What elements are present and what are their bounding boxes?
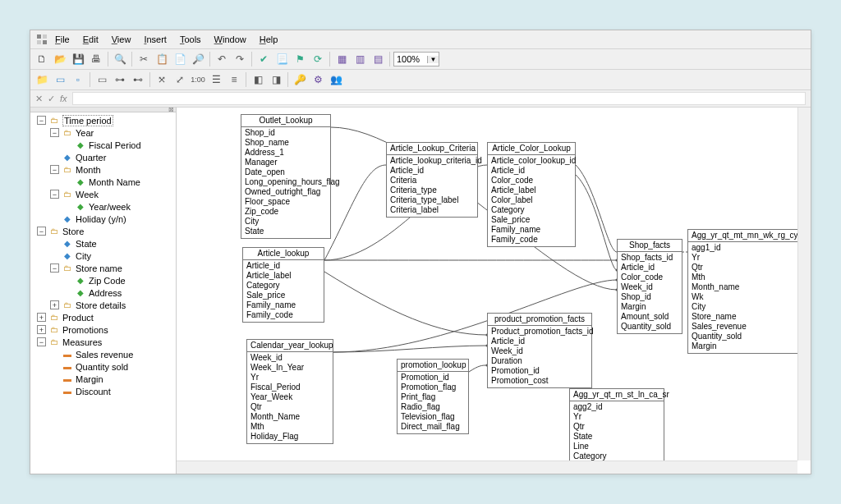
table-promlook[interactable]: promotion_lookupPromotion_idPromotion_fl… xyxy=(397,359,469,434)
table-column[interactable]: Color_code xyxy=(491,176,572,186)
expand-icon[interactable]: + xyxy=(37,325,46,334)
table-column[interactable]: Family_name xyxy=(491,225,572,235)
table-artlook[interactable]: Article_lookupArticle_idArticle_labelCat… xyxy=(242,247,324,323)
tree-item[interactable]: ▬Margin xyxy=(30,373,176,385)
table-column[interactable]: Shop_name xyxy=(245,138,327,148)
save-icon[interactable]: 💾 xyxy=(70,51,86,67)
cut-icon[interactable]: ✂ xyxy=(136,51,152,67)
table-column[interactable]: Long_opening_hours_flag xyxy=(245,177,327,187)
table-column[interactable]: Quantity_sold xyxy=(692,332,807,341)
find-icon[interactable]: 🔎 xyxy=(190,51,206,67)
cancel-formula-icon[interactable]: ✕ xyxy=(35,94,43,104)
table-column[interactable]: Criteria_type_label xyxy=(390,195,474,205)
table-calyear[interactable]: Calendar_year_lookupWeek_idWeek_In_YearY… xyxy=(246,339,333,444)
table-column[interactable]: agg2_id xyxy=(573,402,660,412)
expand-icon[interactable]: + xyxy=(37,313,46,322)
context-icon[interactable]: ⊷ xyxy=(130,71,146,88)
table-column[interactable]: Radio_flag xyxy=(401,402,465,412)
table-column[interactable]: Floor_space xyxy=(245,197,327,207)
tree-item[interactable]: ▬Sales revenue xyxy=(30,348,176,360)
table-column[interactable]: Color_label xyxy=(491,195,572,205)
table-column[interactable]: Qtr xyxy=(573,422,660,432)
table-column[interactable]: Quantity_sold xyxy=(621,322,678,332)
table-column[interactable]: Article_label xyxy=(491,186,572,195)
fx-icon[interactable]: fx xyxy=(60,94,67,103)
tree-item[interactable]: ▬Discount xyxy=(30,385,176,397)
table-column[interactable]: State xyxy=(245,227,327,236)
table-column[interactable]: Owned_outright_flag xyxy=(245,187,327,197)
table-column[interactable]: Criteria_type xyxy=(390,186,474,195)
table-column[interactable]: Category xyxy=(491,205,572,215)
preview-icon[interactable]: 🔍 xyxy=(112,51,128,67)
menu-view[interactable]: View xyxy=(108,33,135,46)
layout-icon[interactable]: ▥ xyxy=(352,51,368,67)
table-prodprom[interactable]: product_promotion_factsProduct_promotion… xyxy=(487,313,592,388)
collapse-icon[interactable]: − xyxy=(50,165,59,174)
zoom-combo[interactable]: ▼ xyxy=(393,52,439,66)
table-icon[interactable]: ▭ xyxy=(52,71,68,88)
key-icon[interactable]: 🔑 xyxy=(292,71,308,88)
tree-item[interactable]: −🗀Month xyxy=(30,163,176,176)
tree-item[interactable]: ◆Holiday (y/n) xyxy=(30,213,176,225)
doc-icon[interactable]: 📃 xyxy=(273,51,290,67)
flag-icon[interactable]: ⚑ xyxy=(292,51,308,67)
tree-item[interactable]: ◆Quarter xyxy=(30,151,176,163)
table-column[interactable]: Print_flag xyxy=(401,392,465,402)
table-column[interactable]: Criteria xyxy=(390,176,474,186)
collapse-icon[interactable]: − xyxy=(50,190,59,199)
scrollbar-horizontal[interactable] xyxy=(177,460,797,474)
table-column[interactable]: Wk xyxy=(692,292,807,302)
table-artcrit[interactable]: Article_Lookup_CriteriaArticle_lookup_cr… xyxy=(386,142,478,218)
tree-item[interactable]: ◆Zip Code xyxy=(30,274,176,286)
table-column[interactable]: Family_code xyxy=(246,310,320,320)
expand-icon[interactable]: + xyxy=(50,300,59,309)
table-column[interactable]: Shop_id xyxy=(621,292,678,302)
table-column[interactable]: Month_name xyxy=(692,282,807,292)
table-column[interactable]: Article_id xyxy=(621,263,678,273)
confirm-formula-icon[interactable]: ✓ xyxy=(48,94,55,104)
formula-input[interactable] xyxy=(72,92,806,105)
table-column[interactable]: Promotion_flag xyxy=(401,383,465,392)
table-column[interactable]: Duration xyxy=(491,356,588,366)
menu-tools[interactable]: Tools xyxy=(177,33,205,46)
params-icon[interactable]: ⚙ xyxy=(310,71,326,88)
undo-icon[interactable]: ↶ xyxy=(214,51,230,67)
table-column[interactable]: Promotion_cost xyxy=(491,376,588,386)
table-column[interactable]: Qtr xyxy=(250,402,329,412)
redo-icon[interactable]: ↷ xyxy=(232,51,248,67)
table-column[interactable]: Sale_price xyxy=(491,215,572,225)
derived-table-icon[interactable]: ▫ xyxy=(70,71,86,88)
tree-item[interactable]: −🗀Week xyxy=(30,188,176,200)
grid-icon[interactable]: ▦ xyxy=(333,51,350,67)
table-column[interactable]: City xyxy=(692,302,807,312)
menu-window[interactable]: Window xyxy=(211,33,250,46)
table-column[interactable]: Amount_sold xyxy=(621,312,678,322)
table-column[interactable]: Article_lookup_criteria_id xyxy=(390,156,474,166)
arrange-icon[interactable]: ⤧ xyxy=(154,71,170,88)
menu-edit[interactable]: Edit xyxy=(80,33,102,46)
table-column[interactable]: Manager xyxy=(245,158,327,167)
table-column[interactable]: Color_code xyxy=(621,273,678,282)
layout2-icon[interactable]: ▤ xyxy=(370,51,386,67)
scrollbar-vertical[interactable] xyxy=(797,108,811,460)
collapse-icon[interactable]: − xyxy=(37,337,46,346)
table-column[interactable]: Month_Name xyxy=(250,412,329,422)
tree-item[interactable]: ◆City xyxy=(30,250,176,262)
new-icon[interactable]: 🗋 xyxy=(34,51,50,67)
collapse-icon[interactable]: − xyxy=(50,128,59,137)
table-column[interactable]: State xyxy=(573,432,660,442)
users-icon[interactable]: 👥 xyxy=(328,71,344,88)
table-artcolor[interactable]: Article_Color_LookupArticle_color_lookup… xyxy=(487,142,576,247)
table-column[interactable]: Margin xyxy=(692,341,807,351)
zoom-input[interactable] xyxy=(394,53,427,65)
hierarchy-icon[interactable]: ◧ xyxy=(250,71,266,88)
table-column[interactable]: Mth xyxy=(250,422,329,432)
table-column[interactable]: Category xyxy=(246,281,320,291)
table-agg1[interactable]: Agg_yr_qt_mt_mn_wk_rg_cy_sn_sr_qt_maagg1… xyxy=(687,229,811,354)
table-column[interactable]: Week_id xyxy=(491,346,588,356)
table-column[interactable]: Television_flag xyxy=(401,412,465,422)
table-column[interactable]: Sales_revenue xyxy=(692,322,807,332)
table-outlet[interactable]: Outlet_LookupShop_idShop_nameAddress_1Ma… xyxy=(241,114,331,239)
tree-item[interactable]: ◆Year/week xyxy=(30,200,176,213)
table-column[interactable]: Week_id xyxy=(621,282,678,292)
